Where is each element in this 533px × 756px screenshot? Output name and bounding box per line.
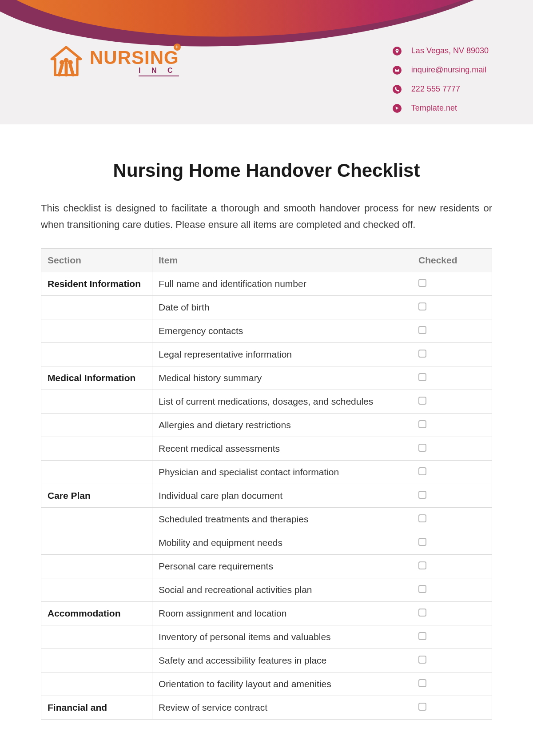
checkbox[interactable]: [418, 609, 426, 617]
contact-website: Template.net: [393, 103, 489, 113]
section-cell: Care Plan: [41, 484, 152, 507]
contact-email: inquire@nursing.mail: [393, 65, 489, 75]
item-cell: Medical history summary: [152, 366, 412, 390]
item-cell: Individual care plan document: [152, 484, 412, 507]
contact-phone: 222 555 7777: [393, 84, 489, 94]
section-cell: [41, 672, 152, 696]
section-cell: [41, 460, 152, 484]
checkbox[interactable]: [418, 703, 426, 711]
item-cell: List of current medications, dosages, an…: [152, 390, 412, 413]
table-row: Emergency contacts: [41, 319, 492, 342]
table-row: AccommodationRoom assignment and locatio…: [41, 601, 492, 625]
table-row: Physician and specialist contact informa…: [41, 460, 492, 484]
checkbox[interactable]: [418, 326, 426, 334]
checkbox[interactable]: [418, 350, 426, 358]
item-cell: Mobility and equipment needs: [152, 531, 412, 554]
item-cell: Review of service contract: [152, 696, 412, 719]
checkbox[interactable]: [418, 373, 426, 381]
section-cell: [41, 507, 152, 531]
check-cell: [412, 672, 492, 696]
check-cell: [412, 295, 492, 319]
item-cell: Physician and specialist contact informa…: [152, 460, 412, 484]
cursor-icon: [393, 104, 402, 113]
page-title: Nursing Home Handover Checklist: [41, 160, 492, 181]
checkbox[interactable]: [418, 656, 426, 664]
section-cell: [41, 413, 152, 437]
table-row: Recent medical assessments: [41, 437, 492, 460]
check-cell: [412, 578, 492, 601]
check-cell: [412, 272, 492, 295]
item-cell: Inventory of personal items and valuable…: [152, 625, 412, 649]
section-cell: [41, 531, 152, 554]
table-row: Social and recreational activities plan: [41, 578, 492, 601]
check-cell: [412, 437, 492, 460]
check-cell: [412, 390, 492, 413]
item-cell: Room assignment and location: [152, 601, 412, 625]
col-header-item: Item: [152, 248, 412, 272]
section-cell: [41, 295, 152, 319]
header-band: NURSING + I N C Las Vegas, NV 89030: [0, 0, 533, 124]
checkbox[interactable]: [418, 679, 426, 687]
table-row: Care PlanIndividual care plan document: [41, 484, 492, 507]
table-row: Legal representative information: [41, 342, 492, 366]
checkbox[interactable]: [418, 514, 426, 522]
check-cell: [412, 531, 492, 554]
table-row: Medical InformationMedical history summa…: [41, 366, 492, 390]
checkbox[interactable]: [418, 632, 426, 640]
check-cell: [412, 460, 492, 484]
section-cell: Financial and: [41, 696, 152, 719]
checkbox[interactable]: [418, 561, 426, 569]
logo: NURSING + I N C: [49, 44, 179, 79]
check-cell: [412, 625, 492, 649]
section-cell: [41, 578, 152, 601]
col-header-section: Section: [41, 248, 152, 272]
logo-main-text: NURSING +: [90, 47, 179, 68]
checkbox[interactable]: [418, 444, 426, 452]
section-cell: [41, 437, 152, 460]
section-cell: Medical Information: [41, 366, 152, 390]
table-row: Scheduled treatments and therapies: [41, 507, 492, 531]
item-cell: Social and recreational activities plan: [152, 578, 412, 601]
contact-address-text: Las Vegas, NV 89030: [411, 46, 489, 56]
item-cell: Orientation to facility layout and ameni…: [152, 672, 412, 696]
check-cell: [412, 507, 492, 531]
contact-phone-text: 222 555 7777: [411, 84, 460, 94]
checkbox[interactable]: [418, 420, 426, 428]
item-cell: Recent medical assessments: [152, 437, 412, 460]
check-cell: [412, 554, 492, 578]
checkbox[interactable]: [418, 279, 426, 287]
table-row-truncated: Financial andReview of service contract: [41, 696, 492, 719]
table-row: Personal care requirements: [41, 554, 492, 578]
table-row: Allergies and dietary restrictions: [41, 413, 492, 437]
phone-icon: [393, 85, 402, 94]
mail-icon: [393, 66, 402, 75]
contact-block: Las Vegas, NV 89030 inquire@nursing.mail…: [393, 44, 489, 113]
item-cell: Date of birth: [152, 295, 412, 319]
checkbox[interactable]: [418, 397, 426, 405]
check-cell: [412, 484, 492, 507]
table-row: Resident InformationFull name and identi…: [41, 272, 492, 295]
checkbox[interactable]: [418, 585, 426, 593]
check-cell: [412, 696, 492, 719]
item-cell: Legal representative information: [152, 342, 412, 366]
checkbox[interactable]: [418, 467, 426, 475]
check-cell: [412, 342, 492, 366]
section-cell: Resident Information: [41, 272, 152, 295]
section-cell: [41, 625, 152, 649]
checklist-table: Section Item Checked Resident Informatio…: [41, 248, 492, 720]
item-cell: Personal care requirements: [152, 554, 412, 578]
contact-address: Las Vegas, NV 89030: [393, 46, 489, 56]
plus-icon: +: [174, 44, 181, 51]
item-cell: Full name and identification number: [152, 272, 412, 295]
checkbox[interactable]: [418, 538, 426, 546]
contact-email-text: inquire@nursing.mail: [411, 65, 486, 75]
intro-paragraph: This checklist is designed to facilitate…: [41, 200, 492, 233]
checkbox[interactable]: [418, 302, 426, 310]
contact-website-text: Template.net: [411, 103, 457, 113]
checkbox[interactable]: [418, 491, 426, 499]
svg-point-1: [64, 58, 69, 63]
section-cell: [41, 649, 152, 672]
item-cell: Allergies and dietary restrictions: [152, 413, 412, 437]
section-cell: [41, 319, 152, 342]
check-cell: [412, 366, 492, 390]
